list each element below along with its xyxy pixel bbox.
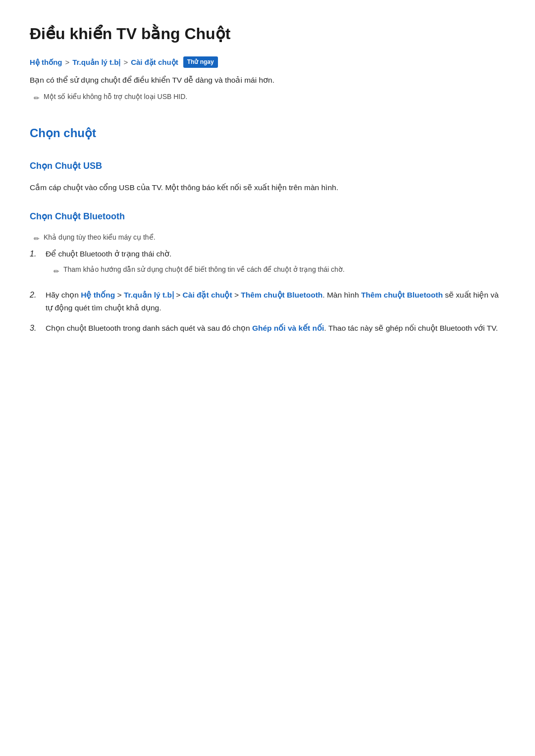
pencil-icon-availability xyxy=(34,233,40,245)
step-2: 2. Hãy chọn Hệ thống > Tr.quản lý t.bị >… xyxy=(30,289,505,314)
step-2-num: 2. xyxy=(30,289,39,302)
usb-body-text: Cắm cáp chuột vào cổng USB của TV. Một t… xyxy=(30,181,505,194)
step-3: 3. Chọn chuột Bluetooth trong danh sách … xyxy=(30,322,505,335)
breadcrumb: Hệ thống > Tr.quản lý t.bị > Cài đặt chu… xyxy=(30,56,505,68)
pencil-icon-intro xyxy=(34,92,40,104)
step-2-sep1: > xyxy=(115,291,124,299)
step-2-text-middle: . Màn hình xyxy=(322,291,361,299)
bluetooth-availability-text: Khả dụng tùy theo kiểu máy cụ thể. xyxy=(44,232,156,243)
step-1-note-text: Tham khảo hướng dẫn sử dụng chuột để biế… xyxy=(63,264,345,275)
subsection-bluetooth-title: Chọn Chuột Bluetooth xyxy=(30,209,505,224)
step-2-sep3: > xyxy=(232,291,241,299)
breadcrumb-he-thong[interactable]: Hệ thống xyxy=(30,56,62,68)
step-1-content: Để chuột Bluetooth ở trạng thái chờ. Tha… xyxy=(46,248,505,281)
step-2-link2[interactable]: Tr.quản lý t.bị xyxy=(124,291,174,299)
step-1: 1. Để chuột Bluetooth ở trạng thái chờ. … xyxy=(30,248,505,281)
intro-text: Bạn có thể sử dụng chuột để điều khiển T… xyxy=(30,74,505,87)
step-2-text-prefix: Hãy chọn xyxy=(46,291,81,299)
breadcrumb-tr-quan-ly[interactable]: Tr.quản lý t.bị xyxy=(72,56,120,68)
section-choose-title: Chọn chuột xyxy=(30,124,505,143)
step-3-link1[interactable]: Ghép nối và kết nối xyxy=(252,324,324,332)
step-1-text: Để chuột Bluetooth ở trạng thái chờ. xyxy=(46,250,171,258)
step-3-content: Chọn chuột Bluetooth trong danh sách qué… xyxy=(46,322,505,335)
step-3-num: 3. xyxy=(30,322,39,335)
breadcrumb-sep2: > xyxy=(123,56,128,68)
breadcrumb-cai-dat-chuot[interactable]: Cài đặt chuột xyxy=(131,56,178,68)
step-2-link3[interactable]: Cài đặt chuột xyxy=(183,291,232,299)
step-2-content: Hãy chọn Hệ thống > Tr.quản lý t.bị > Cà… xyxy=(46,289,505,314)
breadcrumb-sep1: > xyxy=(65,56,69,68)
subsection-usb-title: Chọn Chuột USB xyxy=(30,159,505,173)
bluetooth-availability-note: Khả dụng tùy theo kiểu máy cụ thể. xyxy=(34,232,505,245)
thu-ngay-badge[interactable]: Thử ngay xyxy=(183,56,218,68)
intro-note: Một số kiểu không hỗ trợ chuột loại USB … xyxy=(34,91,505,104)
pencil-icon-step1 xyxy=(54,265,59,277)
page-title: Điều khiển TV bằng Chuột xyxy=(30,24,505,45)
step-3-text-prefix: Chọn chuột Bluetooth trong danh sách qué… xyxy=(46,324,252,332)
step-3-text-suffix: . Thao tác này sẽ ghép nối chuột Bluetoo… xyxy=(324,324,498,332)
bluetooth-steps-list: 1. Để chuột Bluetooth ở trạng thái chờ. … xyxy=(30,248,505,335)
intro-note-text: Một số kiểu không hỗ trợ chuột loại USB … xyxy=(44,91,187,102)
step-1-note: Tham khảo hướng dẫn sử dụng chuột để biế… xyxy=(54,264,505,277)
step-2-link5[interactable]: Thêm chuột Bluetooth xyxy=(361,291,443,299)
step-2-sep2: > xyxy=(174,291,183,299)
step-2-link4[interactable]: Thêm chuột Bluetooth xyxy=(241,291,322,299)
step-2-link1[interactable]: Hệ thống xyxy=(81,291,115,299)
step-1-num: 1. xyxy=(30,248,39,260)
